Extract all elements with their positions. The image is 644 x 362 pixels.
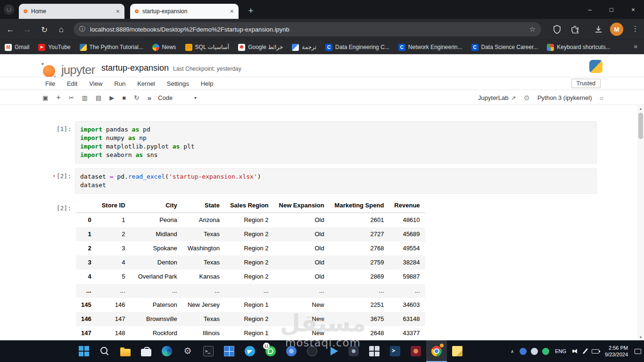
browser-tab-active[interactable]: startup-expansion ×: [130, 4, 239, 19]
browser-menu-icon[interactable]: ⋮: [632, 25, 639, 33]
taskbar-start[interactable]: [74, 340, 94, 362]
scroll-down-icon[interactable]: ▼: [637, 336, 644, 339]
bookmark-item[interactable]: The Python Tutorial...: [80, 44, 143, 51]
kernel-name[interactable]: Python 3 (ipykernel): [537, 94, 592, 101]
menu-edit[interactable]: Edit: [67, 80, 77, 87]
tray-app-green-icon[interactable]: [542, 348, 549, 355]
gear-icon[interactable]: ⚙: [523, 94, 529, 102]
menu-view[interactable]: View: [89, 80, 102, 87]
taskbar-clock[interactable]: 2:56 PM 9/23/2024: [605, 345, 628, 358]
bookmark-star-icon[interactable]: ☆: [529, 25, 536, 33]
taskbar-notes[interactable]: [447, 340, 468, 362]
insert-cell-icon[interactable]: +: [56, 93, 60, 102]
bookmark-item[interactable]: SQL أساسيات: [185, 44, 230, 51]
code-editor[interactable]: import pandas as pdimport numpy as npimp…: [75, 121, 597, 164]
tab-close-icon[interactable]: ×: [230, 8, 234, 15]
taskbar-app-maroon[interactable]: [405, 340, 426, 362]
bookmark-item[interactable]: Google خرائط: [238, 44, 283, 51]
taskbar-app-tiles[interactable]: [364, 340, 385, 362]
restart-kernel-icon[interactable]: ↻: [134, 94, 140, 101]
scroll-up-icon[interactable]: ▲: [637, 107, 644, 110]
taskbar-store[interactable]: [136, 340, 157, 362]
language-indicator[interactable]: ENG: [555, 348, 566, 354]
menu-help[interactable]: Help: [201, 80, 214, 87]
url-text[interactable]: localhost:8889/notebooks/Desktop%2Fdemo%…: [90, 26, 525, 33]
table-cell: Region 2: [225, 312, 274, 326]
bookmark-item[interactable]: Gmail: [5, 44, 29, 51]
bookmark-item[interactable]: Data Engineering C...: [325, 44, 389, 51]
reload-icon[interactable]: ↻: [39, 24, 50, 35]
code-editor[interactable]: dataset = pd.read_excel('startup-expansi…: [75, 168, 597, 194]
taskbar-chrome[interactable]: [426, 340, 447, 362]
taskbar-powershell[interactable]: [385, 340, 405, 362]
bookmark-item[interactable]: Data Science Career...: [471, 44, 538, 51]
table-cell: 3675: [330, 312, 389, 326]
taskbar-settings[interactable]: [177, 340, 198, 362]
bookmark-item[interactable]: YouTube: [38, 44, 70, 51]
maximize-button[interactable]: □: [601, 0, 622, 19]
bookmark-item[interactable]: Network Engineerin...: [398, 44, 462, 51]
tab-close-icon[interactable]: ×: [116, 8, 120, 15]
taskbar-edge[interactable]: [157, 340, 177, 362]
paste-cell-icon[interactable]: ▤: [96, 94, 101, 101]
dataframe-table: Store IDCityStateSales RegionNew Expansi…: [76, 198, 425, 340]
bookmark-item[interactable]: News: [152, 44, 176, 51]
privacy-shield-icon[interactable]: [553, 25, 561, 34]
taskbar-app-arrow[interactable]: [322, 340, 343, 362]
bookmarks-overflow-icon[interactable]: »: [634, 42, 637, 50]
site-info-icon[interactable]: ⓘ: [79, 25, 85, 33]
taskbar-app-dark[interactable]: [302, 340, 322, 362]
cell-type-select[interactable]: Code ▾: [158, 94, 197, 101]
table-cell: Arizona: [182, 213, 225, 228]
action-center-icon[interactable]: [635, 349, 641, 354]
hidden-icons-chevron-icon[interactable]: ∧: [511, 349, 514, 354]
menu-file[interactable]: File: [45, 80, 55, 87]
battery-icon[interactable]: [592, 349, 599, 354]
taskbar-app-blue[interactable]: [281, 340, 302, 362]
taskbar-whatsapp[interactable]: 11: [260, 340, 281, 362]
save-icon[interactable]: ▣: [42, 94, 48, 101]
run-cell-icon[interactable]: ▶: [109, 94, 114, 101]
menu-kernel[interactable]: Kernel: [137, 80, 155, 87]
telegram-icon: [245, 346, 255, 356]
profile-avatar[interactable]: M: [610, 23, 623, 36]
scrollbar-thumb[interactable]: [638, 113, 643, 139]
downloads-icon[interactable]: [594, 25, 603, 34]
tray-app-blue-icon[interactable]: [520, 348, 527, 355]
extensions-puzzle-icon[interactable]: [570, 25, 579, 34]
jupyterlab-link[interactable]: JupyterLab: [478, 94, 508, 101]
pen-icon[interactable]: [583, 348, 588, 354]
trusted-button[interactable]: Trusted: [571, 79, 601, 88]
interrupt-kernel-icon[interactable]: ■: [122, 94, 126, 101]
taskbar-spreadsheet[interactable]: [219, 340, 239, 362]
file-explorer-icon: [120, 349, 131, 356]
minimize-button[interactable]: –: [579, 0, 601, 19]
taskbar-telegram[interactable]: [239, 340, 260, 362]
cut-cell-icon[interactable]: ✂: [69, 94, 74, 101]
notebook-title[interactable]: startup-expansion: [101, 63, 169, 73]
page-scrollbar[interactable]: ▲ ▼: [637, 106, 644, 340]
bookmark-item[interactable]: Keyboard shortcuts...: [547, 44, 610, 51]
table-cell: ...: [330, 284, 389, 298]
taskbar-file-explorer[interactable]: [115, 340, 136, 362]
jupyter-logo-icon[interactable]: [41, 62, 57, 79]
browser-tab-home[interactable]: Home ×: [19, 4, 124, 19]
back-icon[interactable]: ←: [5, 24, 16, 35]
bookmark-item[interactable]: ترجمة: [292, 44, 316, 51]
close-button[interactable]: ×: [622, 0, 644, 19]
address-bar[interactable]: ⓘ localhost:8889/notebooks/Desktop%2Fdem…: [74, 22, 541, 36]
forward-icon[interactable]: →: [22, 24, 33, 35]
tray-app-light-icon[interactable]: [531, 348, 538, 355]
external-link-icon: ↗: [511, 95, 516, 101]
taskbar-app-round[interactable]: [343, 340, 364, 362]
tab-search-icon[interactable]: [4, 4, 14, 15]
taskbar-terminal[interactable]: [198, 340, 219, 362]
menu-run[interactable]: Run: [114, 80, 125, 87]
menu-settings[interactable]: Settings: [167, 80, 189, 87]
new-tab-button[interactable]: +: [244, 5, 257, 18]
volume-icon[interactable]: [572, 348, 579, 354]
taskbar-search[interactable]: [94, 340, 115, 362]
restart-run-all-icon[interactable]: »: [148, 94, 150, 102]
home-icon[interactable]: ⌂: [56, 24, 67, 35]
copy-cell-icon[interactable]: ▥: [82, 94, 88, 101]
